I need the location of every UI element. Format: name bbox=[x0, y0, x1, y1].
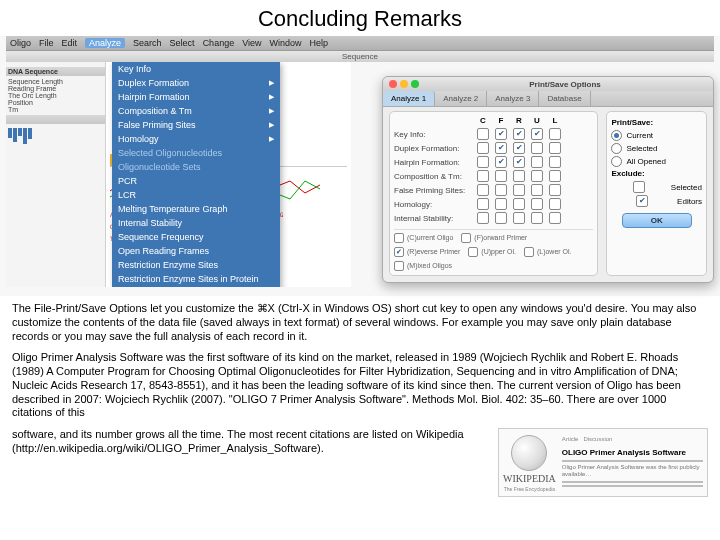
menu-analyze[interactable]: Analyze bbox=[85, 38, 125, 48]
option-label: Composition & Tm: bbox=[394, 172, 474, 181]
legend-item[interactable]: (F)orward Primer bbox=[461, 233, 527, 243]
option-checkbox[interactable] bbox=[513, 170, 525, 182]
ok-button[interactable]: OK bbox=[622, 213, 692, 228]
option-checkbox[interactable] bbox=[477, 142, 489, 154]
menu-internal-stability[interactable]: Internal Stability bbox=[112, 216, 280, 230]
menu-change[interactable]: Change bbox=[203, 38, 235, 48]
legend-item[interactable]: (M)ixed Oligos bbox=[394, 261, 452, 271]
option-checkbox[interactable] bbox=[495, 170, 507, 182]
menu-homology[interactable]: Homology▶ bbox=[112, 132, 280, 146]
menu-oligo[interactable]: Oligo bbox=[10, 38, 31, 48]
option-checkbox[interactable] bbox=[477, 128, 489, 140]
menu-pcr[interactable]: PCR bbox=[112, 174, 280, 188]
menu-sequence-frequency[interactable]: Sequence Frequency bbox=[112, 230, 280, 244]
minimize-icon[interactable] bbox=[400, 80, 408, 88]
option-label: Duplex Formation: bbox=[394, 144, 474, 153]
option-checkbox[interactable] bbox=[513, 156, 525, 168]
check-exclude-selected[interactable]: Selected bbox=[611, 181, 702, 193]
exclude-heading: Exclude: bbox=[611, 169, 702, 178]
option-checkbox[interactable] bbox=[549, 212, 561, 224]
menu-false-priming[interactable]: False Priming Sites▶ bbox=[112, 118, 280, 132]
radio-all-opened[interactable]: All Opened bbox=[611, 156, 702, 167]
option-checkbox[interactable] bbox=[477, 156, 489, 168]
menu-edit[interactable]: Edit bbox=[62, 38, 78, 48]
col-c: C bbox=[474, 116, 492, 125]
radio-selected[interactable]: Selected bbox=[611, 143, 702, 154]
legend-item[interactable]: (U)pper Ol. bbox=[468, 247, 516, 257]
menu-lcr[interactable]: LCR bbox=[112, 188, 280, 202]
menu-view[interactable]: View bbox=[242, 38, 261, 48]
menu-restriction-sites-protein[interactable]: Restriction Enzyme Sites in Protein bbox=[112, 272, 280, 286]
option-label: Hairpin Formation: bbox=[394, 158, 474, 167]
option-checkbox[interactable] bbox=[531, 128, 543, 140]
menu-open-reading-frames[interactable]: Open Reading Frames bbox=[112, 244, 280, 258]
option-checkbox[interactable] bbox=[531, 184, 543, 196]
option-checkbox[interactable] bbox=[513, 198, 525, 210]
option-checkbox[interactable] bbox=[531, 156, 543, 168]
analyze-dropdown[interactable]: Key Info Duplex Formation▶ Hairpin Forma… bbox=[112, 62, 280, 287]
menu-composition-tm[interactable]: Composition & Tm▶ bbox=[112, 104, 280, 118]
col-u: U bbox=[528, 116, 546, 125]
option-checkbox[interactable] bbox=[549, 198, 561, 210]
menu-help[interactable]: Help bbox=[310, 38, 329, 48]
print-save-panel: Print/Save: Current Selected All Opened … bbox=[606, 111, 707, 276]
menu-duplex-formation[interactable]: Duplex Formation▶ bbox=[112, 76, 280, 90]
menu-selected-oligos: Selected Oligonucleotides bbox=[112, 146, 280, 160]
tab-database[interactable]: Database bbox=[539, 91, 590, 106]
option-checkbox[interactable] bbox=[513, 212, 525, 224]
legend-item[interactable]: (R)everse Primer bbox=[394, 247, 460, 257]
info-row: Reading Frame bbox=[8, 85, 103, 92]
menu-key-info[interactable]: Key Info bbox=[112, 62, 280, 76]
option-checkbox[interactable] bbox=[495, 184, 507, 196]
option-row: Composition & Tm: bbox=[394, 169, 593, 183]
radio-current[interactable]: Current bbox=[611, 130, 702, 141]
info-header-2 bbox=[6, 115, 105, 124]
option-checkbox[interactable] bbox=[549, 128, 561, 140]
menu-file[interactable]: File bbox=[39, 38, 54, 48]
menu-select[interactable]: Select bbox=[170, 38, 195, 48]
menu-melting-graph[interactable]: Melting Temperature Graph bbox=[112, 202, 280, 216]
window-traffic-lights[interactable] bbox=[389, 80, 419, 88]
menu-restriction-sites[interactable]: Restriction Enzyme Sites bbox=[112, 258, 280, 272]
option-checkbox[interactable] bbox=[549, 184, 561, 196]
info-row: The Orc Length bbox=[8, 92, 103, 99]
zoom-icon[interactable] bbox=[411, 80, 419, 88]
tab-analyze-1[interactable]: Analyze 1 bbox=[383, 91, 435, 106]
legend-item[interactable]: (C)urrent Oligo bbox=[394, 233, 453, 243]
menu-window[interactable]: Window bbox=[270, 38, 302, 48]
option-checkbox[interactable] bbox=[513, 184, 525, 196]
check-exclude-editors[interactable]: Editors bbox=[611, 195, 702, 207]
app-menubar: Oligo File Edit Analyze Search Select Ch… bbox=[6, 36, 714, 51]
option-checkbox[interactable] bbox=[495, 142, 507, 154]
option-checkbox[interactable] bbox=[549, 170, 561, 182]
option-checkbox[interactable] bbox=[531, 198, 543, 210]
option-checkbox[interactable] bbox=[549, 156, 561, 168]
menu-hybridization-time[interactable]: Hybridization Time bbox=[112, 286, 280, 287]
col-r: R bbox=[510, 116, 528, 125]
option-checkbox[interactable] bbox=[477, 184, 489, 196]
tab-analyze-3[interactable]: Analyze 3 bbox=[487, 91, 539, 106]
chevron-right-icon: ▶ bbox=[269, 79, 274, 87]
option-checkbox[interactable] bbox=[513, 142, 525, 154]
option-checkbox[interactable] bbox=[495, 198, 507, 210]
tab-analyze-2[interactable]: Analyze 2 bbox=[435, 91, 487, 106]
wikipedia-thumbnail: WIKIPEDIA The Free Encyclopedia Article … bbox=[498, 428, 708, 497]
legend-item[interactable]: (L)ower Ol. bbox=[524, 247, 572, 257]
option-row: Key Info: bbox=[394, 127, 593, 141]
option-checkbox[interactable] bbox=[495, 128, 507, 140]
menu-search[interactable]: Search bbox=[133, 38, 162, 48]
option-checkbox[interactable] bbox=[495, 156, 507, 168]
close-icon[interactable] bbox=[389, 80, 397, 88]
option-checkbox[interactable] bbox=[531, 142, 543, 154]
option-checkbox[interactable] bbox=[477, 170, 489, 182]
option-checkbox[interactable] bbox=[531, 212, 543, 224]
menu-hairpin-formation[interactable]: Hairpin Formation▶ bbox=[112, 90, 280, 104]
option-checkbox[interactable] bbox=[531, 170, 543, 182]
option-checkbox[interactable] bbox=[477, 212, 489, 224]
option-label: False Priming Sites: bbox=[394, 186, 474, 195]
option-checkbox[interactable] bbox=[477, 198, 489, 210]
option-checkbox[interactable] bbox=[549, 142, 561, 154]
option-checkbox[interactable] bbox=[495, 212, 507, 224]
option-checkbox[interactable] bbox=[513, 128, 525, 140]
dialog-tabs: Analyze 1 Analyze 2 Analyze 3 Database bbox=[383, 91, 713, 107]
